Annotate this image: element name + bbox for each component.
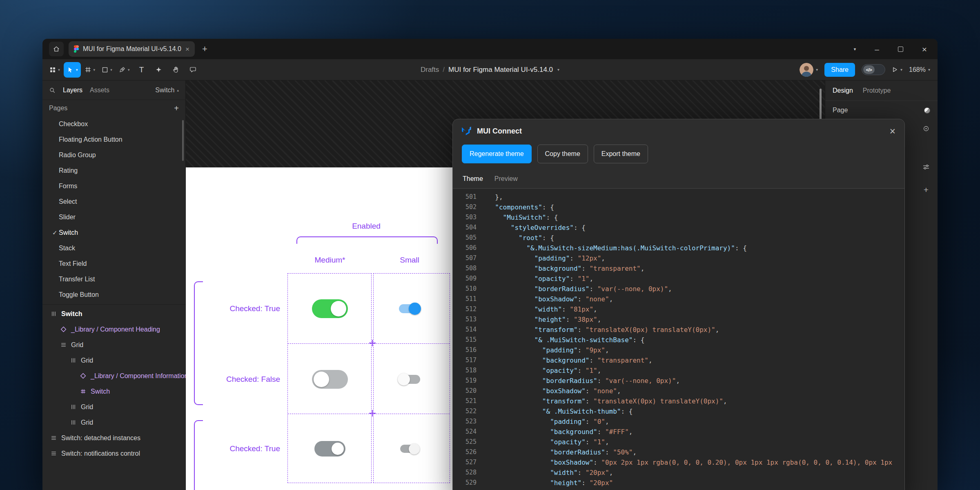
layer-item[interactable]: Grid (42, 415, 185, 430)
switch-small-checked-disabled[interactable] (400, 445, 419, 453)
shape-tool[interactable]: ▾ (99, 62, 115, 78)
search-icon[interactable] (49, 87, 56, 94)
tab-close-icon[interactable]: × (185, 46, 189, 53)
actions-tool[interactable] (151, 62, 167, 78)
enabled-annotation-label: Enabled (352, 222, 381, 231)
page-item[interactable]: Radio Group (42, 147, 185, 163)
page-item[interactable]: ✓Switch (42, 225, 185, 241)
layer-item[interactable]: Grid (42, 353, 185, 368)
layer-item-label: _Library / Component Heading (71, 326, 160, 333)
dashed-row-divider (288, 343, 371, 344)
page-color-swatch[interactable] (924, 107, 930, 114)
breadcrumb-folder[interactable]: Drafts (421, 66, 439, 74)
maximize-button[interactable] (898, 47, 903, 52)
code-text: "transform": "translateX(0px) translateY… (477, 325, 719, 335)
code-text: "background": "#FFF", (477, 427, 633, 437)
page-context-dropdown[interactable]: Switch ▴ (155, 87, 179, 94)
page-item[interactable]: Checkbox (42, 116, 185, 132)
code-text: "& .MuiSwitch-thumb": { (477, 406, 633, 416)
tab-assets[interactable]: Assets (90, 87, 109, 94)
frame-tool[interactable]: ▾ (82, 62, 98, 78)
main-menu-button[interactable]: ▾ (47, 62, 63, 78)
layer-item[interactable]: Switch (42, 306, 185, 322)
switch-medium-checked-disabled[interactable] (314, 441, 345, 457)
comment-tool[interactable] (185, 62, 201, 78)
breadcrumb: Drafts / MUI for Figma Material UI-v5.14… (421, 59, 559, 80)
breadcrumb-file-name[interactable]: MUI for Figma Material UI-v5.14.0 (448, 66, 553, 74)
target-icon[interactable] (921, 124, 931, 134)
page-item[interactable]: Rating (42, 163, 185, 178)
cols-layer-icon (70, 404, 77, 410)
code-line: 514 "transform": "translateX(0px) transl… (453, 325, 904, 335)
modal-close-icon[interactable]: × (889, 126, 895, 136)
page-item-label: Checkbox (59, 120, 88, 128)
variables-sliders-icon[interactable] (921, 162, 931, 172)
code-text: "components": { (477, 202, 554, 212)
regenerate-theme-button[interactable]: Regenerate theme (462, 145, 532, 163)
layer-item[interactable]: _Library / Component Heading (42, 322, 185, 337)
tab-theme[interactable]: Theme (463, 175, 483, 183)
page-item[interactable]: Text Field (42, 256, 185, 272)
layer-item[interactable]: Switch (42, 384, 185, 399)
dashed-row-divider (374, 343, 450, 344)
move-tool[interactable]: ▾ (64, 62, 81, 78)
page-item[interactable]: Forms (42, 178, 185, 194)
pen-tool[interactable]: ▾ (116, 62, 133, 78)
tab-preview[interactable]: Preview (494, 175, 518, 183)
switch-medium-unchecked[interactable] (312, 370, 348, 389)
intersection-cross-icon (369, 410, 376, 416)
switch-small-unchecked[interactable] (399, 375, 420, 384)
grid-layer-icon (80, 388, 87, 395)
line-number: 504 (453, 223, 477, 233)
layer-item[interactable]: Switch: notifications control (42, 446, 185, 461)
zoom-menu[interactable]: 168% ▾ (909, 66, 930, 74)
theme-code-editor[interactable]: 501 },502 "components": {503 "MuiSwitch"… (453, 189, 904, 490)
layer-item-label: Switch (61, 310, 82, 318)
page-item[interactable]: Transfer List (42, 272, 185, 287)
layer-item[interactable]: Switch: detached instances (42, 430, 185, 446)
minimize-button[interactable]: – (875, 45, 879, 53)
page-item[interactable]: Stack (42, 241, 185, 256)
page-item[interactable]: Select (42, 194, 185, 209)
home-button[interactable] (49, 42, 64, 56)
share-button[interactable]: Share (824, 63, 855, 77)
page-item[interactable]: Slider (42, 209, 185, 225)
zoom-level: 168% (909, 66, 926, 74)
text-tool[interactable]: T (134, 62, 150, 78)
export-theme-button[interactable]: Export theme (594, 145, 648, 163)
page-item[interactable]: Floating Action Button (42, 132, 185, 147)
code-text: "borderRadius": "var(--none, 0px)", (477, 284, 672, 294)
tool-group: ▾ ▾ ▾ ▾ ▾ T (47, 59, 201, 80)
copy-theme-button[interactable]: Copy theme (537, 145, 588, 163)
code-line: 520 "boxShadow": "none", (453, 386, 904, 396)
line-number: 528 (453, 468, 477, 478)
play-icon (892, 67, 898, 73)
code-line: 516 "padding": "9px", (453, 345, 904, 355)
window-menu-chevron-icon[interactable]: ▾ (854, 47, 856, 52)
code-text: "boxShadow": "none", (477, 294, 613, 304)
hand-tool[interactable] (168, 62, 184, 78)
new-tab-button[interactable]: + (202, 45, 207, 53)
tab-prototype[interactable]: Prototype (863, 87, 891, 94)
switch-medium-checked[interactable] (312, 299, 348, 318)
line-number: 516 (453, 345, 477, 355)
layer-item[interactable]: Grid (42, 399, 185, 415)
account-menu[interactable]: ▾ (800, 63, 818, 77)
switch-small-checked[interactable] (399, 304, 420, 313)
add-page-button[interactable]: + (174, 104, 179, 112)
tab-layers[interactable]: Layers (63, 87, 82, 94)
file-tab[interactable]: MUI for Figma Material UI-v5.14.0 × (69, 41, 195, 57)
close-window-button[interactable]: × (922, 45, 927, 53)
pages-scrollbar[interactable] (182, 120, 184, 161)
line-number: 521 (453, 396, 477, 406)
present-button[interactable]: ▾ (892, 67, 902, 73)
dev-mode-toggle[interactable]: </> (862, 64, 885, 75)
layer-item[interactable]: _Library / Component Information (42, 368, 185, 384)
file-menu-chevron-icon[interactable]: ▾ (557, 67, 559, 72)
page-item[interactable]: Toggle Button (42, 287, 185, 303)
layer-item[interactable]: Grid (42, 337, 185, 353)
add-style-icon[interactable]: + (921, 185, 931, 195)
row-label-checked-false: Checked: False (202, 375, 280, 384)
tab-design[interactable]: Design (833, 87, 853, 94)
code-text: "transform": "translateX(0px) translateY… (477, 396, 727, 406)
